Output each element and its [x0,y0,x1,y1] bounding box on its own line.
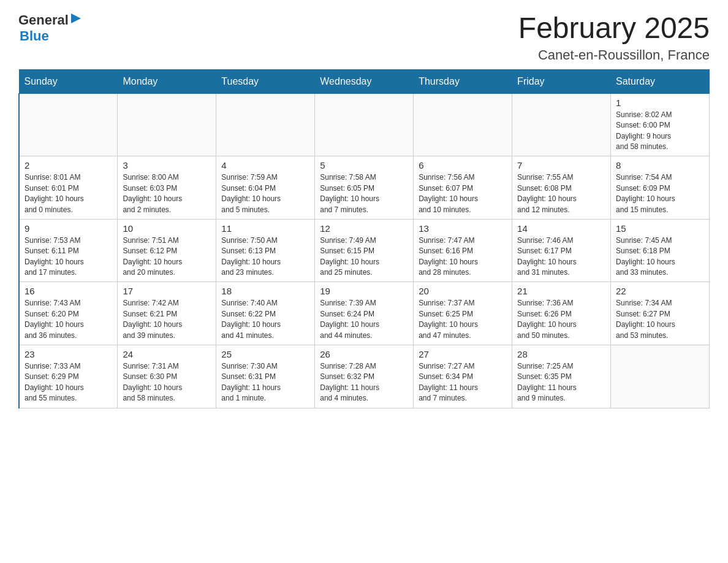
calendar-cell: 12Sunrise: 7:49 AM Sunset: 6:15 PM Dayli… [315,219,414,282]
calendar-cell: 20Sunrise: 7:37 AM Sunset: 6:25 PM Dayli… [414,282,512,345]
calendar-cell [118,93,216,156]
calendar-cell [216,93,315,156]
weekday-header-row: SundayMondayTuesdayWednesdayThursdayFrid… [19,69,710,93]
calendar-cell: 1Sunrise: 8:02 AM Sunset: 6:00 PM Daylig… [611,93,710,156]
day-number: 7 [517,160,605,170]
day-number: 22 [616,286,704,296]
day-number: 2 [25,160,112,170]
day-number: 17 [123,286,211,296]
day-info: Sunrise: 7:47 AM Sunset: 6:16 PM Dayligh… [419,236,507,278]
week-row-3: 9Sunrise: 7:53 AM Sunset: 6:11 PM Daylig… [19,219,710,282]
calendar-cell: 9Sunrise: 7:53 AM Sunset: 6:11 PM Daylig… [19,219,118,282]
calendar-cell: 13Sunrise: 7:47 AM Sunset: 6:16 PM Dayli… [414,219,512,282]
day-info: Sunrise: 7:50 AM Sunset: 6:13 PM Dayligh… [221,236,309,278]
calendar-cell [414,93,512,156]
calendar-cell [611,345,710,408]
day-number: 18 [221,286,309,296]
calendar-cell: 7Sunrise: 7:55 AM Sunset: 6:08 PM Daylig… [512,156,611,220]
weekday-header-tuesday: Tuesday [216,69,315,93]
weekday-header-thursday: Thursday [414,69,512,93]
calendar-cell: 5Sunrise: 7:58 AM Sunset: 6:05 PM Daylig… [315,156,414,220]
day-number: 26 [320,349,408,359]
day-number: 23 [25,349,112,359]
day-info: Sunrise: 7:39 AM Sunset: 6:24 PM Dayligh… [320,298,408,341]
week-row-2: 2Sunrise: 8:01 AM Sunset: 6:01 PM Daylig… [19,156,710,220]
day-info: Sunrise: 7:33 AM Sunset: 6:29 PM Dayligh… [25,361,112,404]
day-number: 10 [123,223,211,234]
calendar-cell: 26Sunrise: 7:28 AM Sunset: 6:32 PM Dayli… [315,345,414,408]
day-number: 24 [123,349,211,359]
day-number: 3 [123,160,211,170]
day-info: Sunrise: 7:27 AM Sunset: 6:34 PM Dayligh… [419,361,507,404]
weekday-header-saturday: Saturday [611,69,710,93]
day-info: Sunrise: 7:49 AM Sunset: 6:15 PM Dayligh… [320,236,408,278]
calendar-cell: 4Sunrise: 7:59 AM Sunset: 6:04 PM Daylig… [216,156,315,220]
day-info: Sunrise: 7:34 AM Sunset: 6:27 PM Dayligh… [616,298,704,341]
day-info: Sunrise: 7:31 AM Sunset: 6:30 PM Dayligh… [123,361,211,404]
day-number: 11 [221,223,309,234]
day-info: Sunrise: 7:59 AM Sunset: 6:04 PM Dayligh… [221,172,309,215]
logo-arrow-icon [70,12,82,25]
day-number: 27 [419,349,507,359]
calendar-cell: 17Sunrise: 7:42 AM Sunset: 6:21 PM Dayli… [118,282,216,345]
day-info: Sunrise: 7:25 AM Sunset: 6:35 PM Dayligh… [517,361,605,404]
day-info: Sunrise: 7:43 AM Sunset: 6:20 PM Dayligh… [25,298,112,341]
day-info: Sunrise: 8:00 AM Sunset: 6:03 PM Dayligh… [123,172,211,215]
calendar-cell: 3Sunrise: 8:00 AM Sunset: 6:03 PM Daylig… [118,156,216,220]
logo: General Blue [18,12,82,44]
day-info: Sunrise: 7:37 AM Sunset: 6:25 PM Dayligh… [419,298,507,341]
week-row-5: 23Sunrise: 7:33 AM Sunset: 6:29 PM Dayli… [19,345,710,408]
weekday-header-monday: Monday [118,69,216,93]
day-number: 14 [517,223,605,234]
calendar-cell: 14Sunrise: 7:46 AM Sunset: 6:17 PM Dayli… [512,219,611,282]
logo-text-blue: Blue [20,28,49,44]
calendar-cell: 28Sunrise: 7:25 AM Sunset: 6:35 PM Dayli… [512,345,611,408]
day-info: Sunrise: 7:42 AM Sunset: 6:21 PM Dayligh… [123,298,211,341]
calendar-cell: 2Sunrise: 8:01 AM Sunset: 6:01 PM Daylig… [19,156,118,220]
day-info: Sunrise: 8:02 AM Sunset: 6:00 PM Dayligh… [616,110,704,153]
day-info: Sunrise: 7:46 AM Sunset: 6:17 PM Dayligh… [517,236,605,278]
day-info: Sunrise: 7:28 AM Sunset: 6:32 PM Dayligh… [320,361,408,404]
page-header: General Blue February 2025 Canet-en-Rous… [18,12,710,63]
day-info: Sunrise: 7:54 AM Sunset: 6:09 PM Dayligh… [616,172,704,215]
svg-marker-0 [71,13,81,23]
day-info: Sunrise: 7:56 AM Sunset: 6:07 PM Dayligh… [419,172,507,215]
calendar-cell: 25Sunrise: 7:30 AM Sunset: 6:31 PM Dayli… [216,345,315,408]
day-number: 6 [419,160,507,170]
day-info: Sunrise: 7:36 AM Sunset: 6:26 PM Dayligh… [517,298,605,341]
calendar-cell: 6Sunrise: 7:56 AM Sunset: 6:07 PM Daylig… [414,156,512,220]
calendar-cell: 18Sunrise: 7:40 AM Sunset: 6:22 PM Dayli… [216,282,315,345]
day-number: 25 [221,349,309,359]
day-number: 20 [419,286,507,296]
calendar-cell: 11Sunrise: 7:50 AM Sunset: 6:13 PM Dayli… [216,219,315,282]
day-number: 15 [616,223,704,234]
day-info: Sunrise: 7:40 AM Sunset: 6:22 PM Dayligh… [221,298,309,341]
calendar-cell: 16Sunrise: 7:43 AM Sunset: 6:20 PM Dayli… [19,282,118,345]
day-number: 8 [616,160,704,170]
day-info: Sunrise: 7:45 AM Sunset: 6:18 PM Dayligh… [616,236,704,278]
day-number: 5 [320,160,408,170]
day-info: Sunrise: 7:51 AM Sunset: 6:12 PM Dayligh… [123,236,211,278]
calendar-cell: 24Sunrise: 7:31 AM Sunset: 6:30 PM Dayli… [118,345,216,408]
day-number: 9 [25,223,112,234]
calendar-cell: 10Sunrise: 7:51 AM Sunset: 6:12 PM Dayli… [118,219,216,282]
calendar-cell: 22Sunrise: 7:34 AM Sunset: 6:27 PM Dayli… [611,282,710,345]
calendar-title: February 2025 [518,12,710,45]
calendar-cell [315,93,414,156]
calendar-table: SundayMondayTuesdayWednesdayThursdayFrid… [18,69,710,408]
day-number: 28 [517,349,605,359]
weekday-header-friday: Friday [512,69,611,93]
day-number: 13 [419,223,507,234]
day-info: Sunrise: 8:01 AM Sunset: 6:01 PM Dayligh… [25,172,112,215]
day-number: 4 [221,160,309,170]
calendar-cell [19,93,118,156]
weekday-header-sunday: Sunday [19,69,118,93]
calendar-cell: 23Sunrise: 7:33 AM Sunset: 6:29 PM Dayli… [19,345,118,408]
calendar-cell: 19Sunrise: 7:39 AM Sunset: 6:24 PM Dayli… [315,282,414,345]
calendar-cell [512,93,611,156]
calendar-cell: 21Sunrise: 7:36 AM Sunset: 6:26 PM Dayli… [512,282,611,345]
day-number: 12 [320,223,408,234]
day-number: 16 [25,286,112,296]
day-info: Sunrise: 7:53 AM Sunset: 6:11 PM Dayligh… [25,236,112,278]
day-number: 1 [616,98,704,108]
